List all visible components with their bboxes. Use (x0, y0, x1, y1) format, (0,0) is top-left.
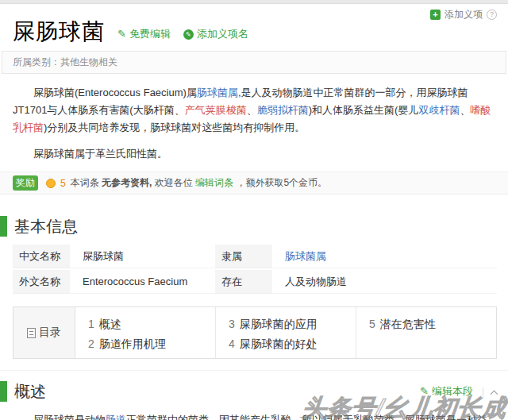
catalog-column: 1概述 2肠道作用机理 (75, 307, 216, 358)
link-enterococcus-genus[interactable]: 肠球菌属 (285, 250, 326, 262)
link-enterococcus-genus[interactable]: 肠球菌属 (197, 87, 238, 98)
section-accent-bar (0, 381, 7, 402)
intro-text: )分别及共同培养发现，肠球球菌对这些菌均有抑制作用。 (44, 121, 305, 133)
reward-middle: 欢迎各位 (152, 177, 195, 188)
divider (483, 387, 483, 399)
baike-entry-page: + 添加义项 ? 屎肠球菌 ✎ 免费编辑 ✎ 添加义项名 所属类别：其他生物相关… (0, 0, 508, 420)
add-synonym-label[interactable]: 添加义项 (444, 8, 483, 21)
intro-text: 、 (247, 104, 257, 116)
intro-section: 屎肠球菌(Enterococcus Faecium)属肠球菌属,是人及动物肠道中… (13, 84, 495, 163)
catalog-item-num: 5 (369, 318, 375, 330)
catalog-item-num: 4 (229, 337, 235, 350)
edit-entry-link[interactable]: 编辑词条 (195, 177, 233, 188)
reward-badge: 奖励 (13, 175, 38, 191)
catalog-item-benefits[interactable]: 4屎肠球菌的好处 (229, 334, 356, 354)
page-title: 屎肠球菌 (13, 20, 105, 44)
basic-info-header: 基本信息 (0, 216, 508, 237)
overview-tools: ✎ 编辑本段 (420, 384, 497, 401)
link-bacteroides-fragilis[interactable]: 脆弱拟杆菌 (257, 104, 309, 116)
catalog-icon (27, 328, 36, 338)
intro-text: 屎肠球菌(Enterococcus Faecium)属 (33, 87, 197, 98)
free-edit-label: 免费编辑 (129, 27, 171, 41)
reward-bar: 奖励 5 本词条 无参考资料, 欢迎各位 编辑词条 ，额外获取5个金币。 (0, 171, 508, 195)
reward-lead: 本词条 (71, 177, 102, 188)
catalog-item-label: 屎肠球菌的好处 (240, 337, 318, 350)
link-bifidobacterium[interactable]: 双歧杆菌 (418, 104, 460, 116)
catalog-item-label: 概述 (99, 318, 121, 330)
catalog-item-num: 2 (88, 337, 94, 350)
catalog-box: 目录 1概述 2肠道作用机理 3屎肠球菌的应用 4屎肠球菌的好处 5潜在危害性 (13, 306, 497, 359)
reward-text: 本词条 无参考资料, 欢迎各位 编辑词条 ，额外获取5个金币。 (71, 176, 327, 190)
catalog-item-hazards[interactable]: 5潜在危害性 (369, 314, 496, 334)
catalog-item-num: 3 (229, 318, 235, 330)
no-reference-text: 无参考资料, (102, 177, 152, 188)
add-synonym-name-link[interactable]: ✎ 添加义项名 (183, 27, 248, 44)
catalog-title-cell: 目录 (13, 307, 75, 358)
basic-info-section: 基本信息 中文名称 屎肠球菌 隶属 肠球菌属 外文名称 Enterococcus… (0, 216, 508, 294)
category-value: 其他生物相关 (60, 56, 117, 67)
table-row: 外文名称 Enterococcus Faecium 存在 人及动物肠道 (13, 270, 497, 294)
overview-title: 概述 (14, 381, 46, 403)
intro-paragraph-2: 屎肠球菌属于革兰氏阳性菌。 (13, 145, 495, 163)
free-edit-link[interactable]: ✎ 免费编辑 (117, 27, 171, 44)
overview-header: 概述 ✎ 编辑本段 (0, 381, 508, 402)
info-value: 肠球菌属 (272, 245, 497, 268)
coin-icon (46, 179, 56, 188)
catalog-item-num: 1 (88, 318, 94, 330)
info-label: 外文名称 (13, 270, 70, 294)
catalog-item-label: 肠道作用机理 (99, 337, 166, 350)
catalog-column: 5潜在危害性 (356, 307, 496, 358)
catalog-column: 3屎肠球菌的应用 4屎肠球菌的好处 (216, 307, 356, 358)
category-label: 所属类别： (13, 56, 60, 67)
info-value: 屎肠球菌 (70, 245, 215, 268)
link-intestine[interactable]: 肠道 (106, 414, 126, 420)
catalog-item-label: 屎肠球菌的应用 (240, 318, 318, 330)
basic-info-table: 中文名称 屎肠球菌 隶属 肠球菌属 外文名称 Enterococcus Faec… (13, 245, 497, 294)
category-bar: 所属类别：其他生物相关 (2, 51, 506, 74)
add-synonym-name-icon: ✎ (183, 29, 194, 40)
plus-icon[interactable]: + (430, 10, 441, 20)
overview-section: 概述 ✎ 编辑本段 屎肠球菌是动物肠道正常菌群中的菌类，因其能产生乳酸，所以归属… (0, 370, 508, 420)
info-value: Enterococcus Faecium (70, 270, 215, 294)
intro-text: )和人体肠系益生菌(婴儿 (309, 104, 419, 116)
edit-paragraph-link[interactable]: ✎ 编辑本段 (420, 384, 473, 401)
info-value: 人及动物肠道 (272, 270, 497, 294)
catalog-title: 目录 (39, 326, 61, 340)
reward-tail: ，额外获取5个金币。 (233, 177, 327, 188)
catalog-item-overview[interactable]: 1概述 (88, 314, 215, 334)
overview-text: 屎肠球菌是动物 (33, 414, 106, 420)
basic-info-title: 基本信息 (14, 216, 78, 237)
intro-paragraph-1: 屎肠球菌(Enterococcus Faecium)属肠球菌属,是人及动物肠道中… (13, 84, 495, 137)
coin-count: 5 (60, 178, 66, 189)
link-clostridium-perfringens[interactable]: 产气荚膜梭菌 (185, 104, 247, 116)
pencil-icon: ✎ (420, 384, 429, 399)
section-accent-bar (0, 216, 7, 237)
pencil-icon: ✎ (117, 27, 126, 41)
top-border (0, 0, 508, 4)
info-label: 隶属 (215, 245, 272, 268)
title-row: 屎肠球菌 ✎ 免费编辑 ✎ 添加义项名 (13, 20, 497, 44)
collapse-chevron-up-icon[interactable] (491, 390, 498, 398)
help-icon[interactable]: ? (487, 10, 497, 20)
catalog-item-mechanism[interactable]: 2肠道作用机理 (88, 334, 215, 354)
overview-paragraph: 屎肠球菌是动物肠道正常菌群中的菌类，因其能产生乳酸，所以归属于乳酸菌类。屎肠球菌… (13, 411, 495, 420)
info-label: 存在 (215, 270, 272, 294)
table-row: 中文名称 屎肠球菌 隶属 肠球菌属 (13, 245, 497, 268)
edit-paragraph-label: 编辑本段 (432, 384, 473, 399)
intro-text: 、 (460, 104, 470, 116)
catalog-item-label: 潜在危害性 (380, 318, 436, 330)
info-label: 中文名称 (13, 245, 70, 268)
add-synonym-control[interactable]: + 添加义项 ? (430, 8, 497, 21)
catalog-item-application[interactable]: 3屎肠球菌的应用 (229, 314, 356, 334)
add-synonym-name-label: 添加义项名 (197, 27, 248, 41)
